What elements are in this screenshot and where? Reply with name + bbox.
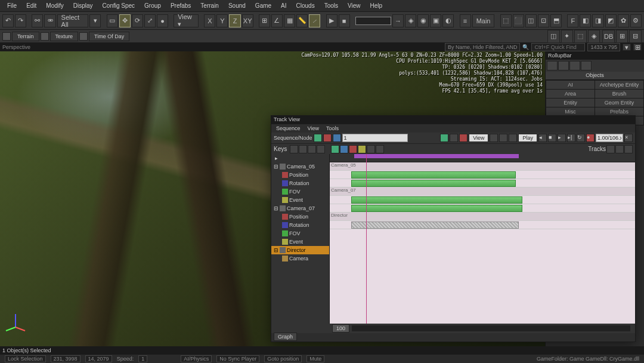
tv-k6[interactable] [340, 145, 348, 153]
axis-y-button[interactable]: Y [216, 14, 228, 27]
clip-cam07-2[interactable] [351, 205, 522, 212]
misc-3[interactable]: ▣ [430, 14, 441, 27]
snap-angle-button[interactable]: ∠ [271, 14, 283, 27]
tv-t3[interactable] [624, 145, 633, 153]
rtb-5[interactable]: DB [602, 30, 615, 43]
tv-view-button[interactable]: View [469, 134, 488, 142]
tv-snap-3[interactable] [509, 134, 517, 142]
texture-button[interactable]: Texture [50, 32, 79, 41]
unlink-button[interactable]: ⚮ [44, 14, 55, 27]
command-exec[interactable]: → [392, 14, 404, 27]
tv-k1[interactable] [290, 145, 298, 153]
cat-ai[interactable]: AI [546, 81, 595, 89]
snap-button[interactable]: ⊞ [259, 14, 270, 27]
scale-tool[interactable]: ⤢ [144, 14, 156, 27]
timeline[interactable]: Camera_05 Camera_07 Director [330, 154, 635, 324]
cat-brush[interactable]: Brush [595, 90, 643, 98]
tv-del-button[interactable] [323, 134, 332, 142]
physics-toggle[interactable]: AI/Physics [181, 355, 212, 362]
select-tool[interactable]: ▭ [107, 14, 118, 27]
misc-7[interactable]: ◫ [525, 14, 537, 27]
rp-tab-2[interactable] [558, 61, 569, 70]
misc-13[interactable]: ◩ [605, 14, 617, 27]
tv-menu-view[interactable]: View [308, 125, 319, 131]
tv-snap-1[interactable] [490, 134, 498, 142]
tv-menu-sequence[interactable]: Sequence [276, 125, 301, 131]
rtb-6[interactable]: ⊞ [616, 30, 628, 43]
misc-2[interactable]: ◉ [417, 14, 429, 27]
reference-dropdown[interactable]: View ▾ [174, 14, 199, 27]
menu-prefabs[interactable]: Prefabs [166, 1, 196, 11]
tv-k4[interactable] [317, 145, 325, 153]
ruler-button[interactable]: 📏 [296, 14, 308, 27]
timeline-scrollbar[interactable] [352, 325, 630, 331]
link-button[interactable]: ⚯ [32, 14, 43, 27]
menu-sound[interactable]: Sound [224, 1, 250, 11]
speed-value[interactable]: 1 [138, 355, 147, 362]
rp-tab-3[interactable] [569, 61, 580, 70]
lock-selection-button[interactable]: Lock Selection [5, 355, 46, 362]
menu-group[interactable]: Group [140, 1, 166, 11]
tv-k2[interactable] [299, 145, 307, 153]
sync-toggle[interactable]: No Sync Player [216, 355, 259, 362]
cat-prefabs[interactable]: Prefabs [595, 107, 643, 116]
tv-k3[interactable] [308, 145, 316, 153]
menu-modify[interactable]: Modify [41, 1, 68, 11]
tv-loop-button[interactable]: ↻ [577, 134, 585, 142]
misc-1[interactable]: ◈ [405, 14, 416, 27]
axis-z-button[interactable]: Z [229, 14, 240, 27]
misc-6[interactable]: ⬛ [513, 14, 524, 27]
clip-cam05-1[interactable] [351, 171, 516, 179]
tv-play-button[interactable]: Play [518, 134, 537, 142]
constraint-button[interactable]: ⟋ [309, 14, 320, 27]
clip-cam07-1[interactable] [351, 196, 522, 204]
menu-tools[interactable]: Tools [320, 1, 343, 11]
tv-k8[interactable] [358, 145, 366, 153]
menu-file[interactable]: File [2, 1, 21, 11]
rtb-4[interactable]: ◈ [588, 30, 600, 43]
quick-find-input[interactable] [531, 43, 585, 51]
tv-end-button[interactable]: ▸| [567, 134, 575, 142]
misc-12[interactable]: ◨ [592, 14, 603, 27]
misc-9[interactable]: ⬒ [550, 14, 562, 27]
clip-cam05-2[interactable] [351, 180, 516, 187]
terrain-button[interactable]: Terrain [12, 32, 39, 41]
play-button[interactable]: ▶ [326, 14, 338, 27]
tv-prev-button[interactable]: ◂ [538, 134, 547, 142]
redo-button[interactable]: ↷ [15, 14, 26, 27]
menu-clouds[interactable]: Clouds [292, 1, 320, 11]
cat-misc[interactable]: Misc [546, 107, 595, 116]
misc-4[interactable]: ◐ [442, 14, 454, 27]
tv-key-del[interactable] [459, 134, 467, 142]
menu-help[interactable]: Help [366, 1, 388, 11]
time-range-marker[interactable] [354, 154, 519, 158]
menu-terrain[interactable]: Terrain [196, 1, 224, 11]
brush-tool[interactable]: ● [157, 14, 168, 27]
selection-dropdown[interactable]: ▾ [89, 14, 101, 27]
tv-k9[interactable] [367, 145, 375, 153]
cat-archetype[interactable]: Archetype Entity [595, 81, 643, 89]
tv-key-add[interactable] [440, 134, 448, 142]
tv-t1[interactable] [606, 145, 615, 153]
tv-k7[interactable] [349, 145, 357, 153]
goto-button[interactable]: Goto position [264, 355, 302, 362]
tv-add-button[interactable] [314, 134, 322, 142]
menu-view[interactable]: View [343, 1, 366, 11]
rtb-3[interactable]: ⬚ [574, 30, 587, 43]
rtb-1[interactable]: ◫ [547, 30, 560, 43]
time-of-day-button[interactable]: Time Of Day [89, 32, 129, 41]
layer-dropdown[interactable]: Main [472, 14, 495, 27]
misc-14[interactable]: ✿ [618, 14, 629, 27]
undo-button[interactable]: ↶ [2, 14, 14, 27]
tv-snap-2[interactable] [499, 134, 507, 142]
command-field[interactable] [355, 17, 391, 25]
axis-x-button[interactable]: X [204, 14, 215, 27]
tv-t2[interactable] [615, 145, 624, 153]
tv-k5[interactable] [331, 145, 339, 153]
rotate-tool[interactable]: ⟳ [132, 14, 143, 27]
menu-config-spec[interactable]: Config Spec [98, 1, 140, 11]
vp-opt-2[interactable]: ⊞ [633, 44, 642, 51]
menu-edit[interactable]: Edit [21, 1, 41, 11]
menu-game[interactable]: Game [250, 1, 276, 11]
filter-mode[interactable]: By Name, Hide Filtered, AND [445, 43, 521, 51]
